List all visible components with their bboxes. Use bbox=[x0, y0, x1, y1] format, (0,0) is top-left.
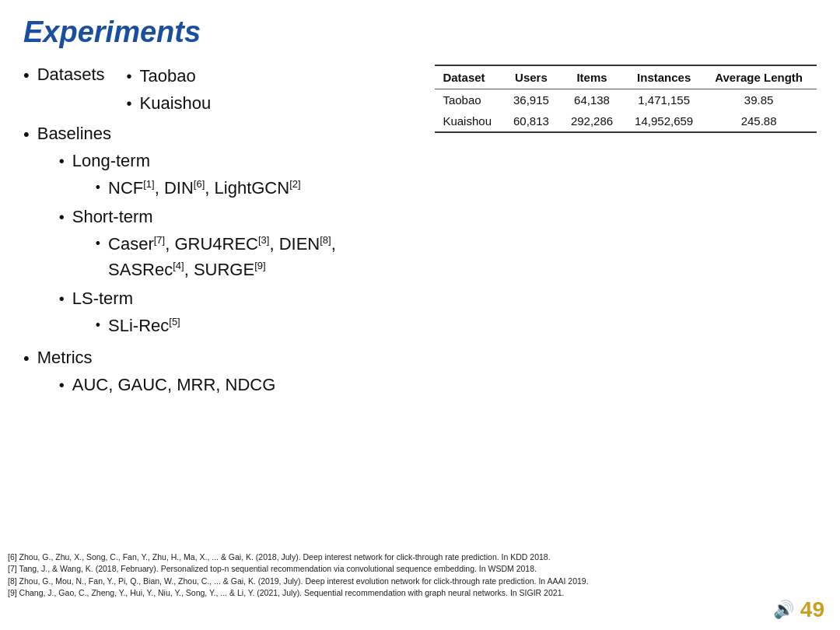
slirec-sup: [5] bbox=[169, 316, 180, 327]
longterm-sublist: NCF[1], DIN[6], LightGCN[2] bbox=[96, 175, 301, 201]
slirec-item: SLi-Rec[5] bbox=[96, 313, 180, 338]
lsterm-label: LS-term bbox=[72, 289, 133, 308]
col-header-instances: Instances bbox=[627, 65, 707, 89]
page-title: Experiments bbox=[23, 16, 817, 49]
col-header-items: Items bbox=[563, 65, 627, 89]
table-container: Dataset Users Items Instances Average Le… bbox=[435, 65, 817, 133]
shortterm-methods-text: Caser[7], GRU4REC[3], DIEN[8], SASRec[4]… bbox=[108, 231, 404, 282]
page-footer: 🔊 49 bbox=[773, 597, 824, 622]
taobao-item: Taobao bbox=[127, 63, 212, 89]
cell-r0-c4: 39.85 bbox=[707, 89, 817, 111]
caser-sup: [7] bbox=[154, 234, 165, 246]
cell-r0-c2: 64,138 bbox=[563, 89, 627, 111]
lgcn-sup: [2] bbox=[289, 178, 300, 190]
ncf-din-lgcn-text: NCF[1], DIN[6], LightGCN[2] bbox=[108, 175, 301, 201]
longterm-label: Long-term bbox=[72, 151, 150, 170]
col-header-dataset: Dataset bbox=[435, 65, 506, 89]
kuaishou-item: Kuaishou bbox=[127, 90, 212, 116]
baselines-label: Baselines bbox=[37, 124, 111, 143]
cell-r1-c1: 60,813 bbox=[506, 110, 563, 132]
col-header-avg-length: Average Length bbox=[707, 65, 817, 89]
metrics-sublist: AUC, GAUC, MRR, NDCG bbox=[59, 372, 276, 397]
lsterm-item: LS-term SLi-Rec[5] bbox=[59, 285, 404, 340]
main-list: Datasets Taobao Kuaishou Baselines bbox=[23, 61, 404, 399]
shortterm-sublist: Caser[7], GRU4REC[3], DIEN[8], SASRec[4]… bbox=[96, 231, 404, 282]
cell-r1-c4: 245.88 bbox=[707, 110, 817, 132]
din-sup: [6] bbox=[194, 178, 205, 190]
kuaishou-label: Kuaishou bbox=[140, 90, 212, 116]
dien-sup: [8] bbox=[320, 234, 331, 246]
metrics-item: Metrics AUC, GAUC, MRR, NDCG bbox=[23, 345, 404, 399]
metrics-label: Metrics bbox=[37, 348, 93, 367]
taobao-label: Taobao bbox=[140, 63, 196, 89]
ncf-sup: [1] bbox=[143, 178, 154, 190]
table-header-row: Dataset Users Items Instances Average Le… bbox=[435, 65, 817, 89]
ref8: [8] Zhou, G., Mou, N., Fan, Y., Pi, Q., … bbox=[8, 576, 762, 587]
baselines-item: Baselines Long-term NCF[1], DIN[6], Ligh… bbox=[23, 121, 404, 341]
slirec-text: SLi-Rec[5] bbox=[108, 313, 180, 338]
cell-r1-c2: 292,286 bbox=[563, 110, 627, 132]
datasets-sublist: Taobao Kuaishou bbox=[127, 63, 212, 117]
page-number: 49 bbox=[800, 597, 824, 622]
shortterm-methods-item: Caser[7], GRU4REC[3], DIEN[8], SASRec[4]… bbox=[96, 231, 404, 282]
metrics-values-item: AUC, GAUC, MRR, NDCG bbox=[59, 372, 276, 397]
ref9: [9] Chang, J., Gao, C., Zheng, Y., Hui, … bbox=[8, 587, 762, 599]
cell-r1-c0: Kuaishou bbox=[435, 110, 506, 132]
surge-sup: [9] bbox=[254, 260, 265, 271]
metrics-values: AUC, GAUC, MRR, NDCG bbox=[72, 372, 276, 397]
lsterm-sublist: SLi-Rec[5] bbox=[96, 313, 180, 338]
gru-sup: [3] bbox=[258, 234, 269, 246]
datasets-label: Datasets bbox=[37, 61, 105, 87]
shortterm-label: Short-term bbox=[72, 207, 153, 226]
cell-r0-c3: 1,471,155 bbox=[627, 89, 707, 111]
cell-r0-c0: Taobao bbox=[435, 89, 506, 111]
shortterm-item: Short-term Caser[7], GRU4REC[3], DIEN[8]… bbox=[59, 204, 404, 284]
datasets-item: Datasets Taobao Kuaishou bbox=[23, 61, 404, 117]
ncf-din-lgcn-item: NCF[1], DIN[6], LightGCN[2] bbox=[96, 175, 301, 201]
table-row: Kuaishou60,813292,28614,952,659245.88 bbox=[435, 110, 817, 132]
left-column: Datasets Taobao Kuaishou Baselines bbox=[23, 61, 404, 402]
baselines-sublist: Long-term NCF[1], DIN[6], LightGCN[2] bbox=[59, 148, 404, 340]
ref6: [6] Zhou, G., Zhu, X., Song, C., Fan, Y.… bbox=[8, 551, 762, 563]
table-row: Taobao36,91564,1381,471,15539.85 bbox=[435, 89, 817, 111]
cell-r1-c3: 14,952,659 bbox=[627, 110, 707, 132]
dataset-table: Dataset Users Items Instances Average Le… bbox=[435, 65, 817, 133]
cell-r0-c1: 36,915 bbox=[506, 89, 563, 111]
col-header-users: Users bbox=[506, 65, 563, 89]
sasrec-sup: [4] bbox=[173, 260, 184, 271]
speaker-icon: 🔊 bbox=[773, 600, 794, 620]
ref7: [7] Tang, J., & Wang, K. (2018, February… bbox=[8, 563, 762, 575]
references-section: [6] Zhou, G., Zhu, X., Song, C., Fan, Y.… bbox=[8, 551, 762, 599]
longterm-item: Long-term NCF[1], DIN[6], LightGCN[2] bbox=[59, 148, 404, 202]
table-body: Taobao36,91564,1381,471,15539.85Kuaishou… bbox=[435, 89, 817, 133]
